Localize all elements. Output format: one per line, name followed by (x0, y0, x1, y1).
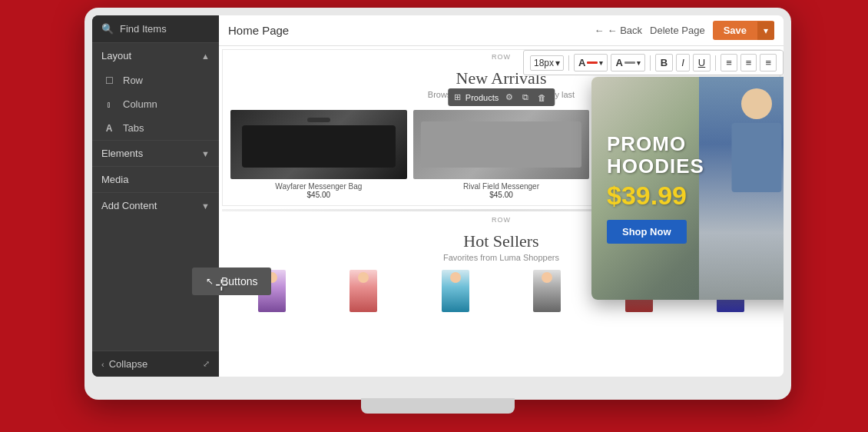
tabs-label: Tabs (123, 122, 144, 134)
row-icon: ☐ (103, 75, 115, 86)
laptop-stand (361, 398, 515, 414)
row-label: Row (123, 75, 143, 86)
font-size-arrow: ▾ (555, 58, 560, 68)
cursor-icon: ⊹ (215, 275, 228, 294)
delete-page-button[interactable]: Delete Page (650, 25, 705, 36)
bold-button[interactable]: B (655, 54, 673, 71)
sidebar-section-add-content[interactable]: Add Content ▼ (92, 192, 219, 218)
sidebar-item-row[interactable]: ☐ Row (92, 68, 219, 92)
bg-color-arrow: ▾ (637, 59, 641, 67)
page-content: ROW New Arrivals Browse these new items … (219, 46, 784, 377)
bg-color-A-label: A (615, 57, 622, 68)
expand-icon: ⤢ (203, 359, 210, 369)
italic-button[interactable]: I (676, 54, 690, 71)
products-settings-btn[interactable]: ⚙ (503, 91, 515, 103)
toolbar-divider-3 (715, 55, 716, 71)
column-label: Column (123, 98, 157, 110)
elements-arrow: ▼ (201, 149, 210, 158)
promo-person-silhouette (699, 77, 784, 300)
laptop-shell: 🔍 Find Items Layout ▲ ☐ Row ⫾ Column A T… (84, 8, 791, 400)
product-name-1: Wayfarer Messenger Bag (230, 182, 407, 191)
buttons-popup: ↖ Buttons (192, 268, 271, 295)
collapse-label: Collapse (109, 358, 148, 370)
sidebar-section-layout[interactable]: Layout ▲ (92, 42, 219, 68)
product-item-1: Wayfarer Messenger Bag $45.00 (230, 110, 407, 199)
column-icon: ⫾ (103, 99, 115, 110)
add-content-arrow: ▼ (201, 201, 210, 211)
save-dropdown-arrow[interactable]: ▾ (757, 22, 774, 40)
font-size-select[interactable]: 18px ▾ (530, 55, 564, 71)
product-name-2: Rival Field Messenger (413, 182, 590, 191)
topbar: Home Page ← ← Back Delete Page Save ▾ (219, 15, 784, 46)
sidebar-search[interactable]: 🔍 Find Items (92, 15, 219, 42)
add-content-label: Add Content (101, 200, 157, 211)
back-button[interactable]: ← ← Back (595, 25, 643, 36)
person-head-2 (358, 272, 369, 283)
tabs-icon: A (103, 123, 115, 134)
sidebar-section-elements[interactable]: Elements ▼ (92, 140, 219, 166)
topbar-actions: ← ← Back Delete Page Save ▾ (595, 21, 774, 40)
align-center-button[interactable]: ≡ (740, 54, 757, 71)
person-img-3 (442, 270, 469, 312)
person-img-2 (350, 270, 377, 312)
font-color-swatch (587, 61, 598, 64)
person-item-4 (533, 270, 561, 312)
person-item-2 (350, 270, 377, 312)
toolbar-divider-1 (568, 55, 569, 71)
person-item-3 (442, 270, 469, 312)
align-left-button[interactable]: ≡ (721, 54, 737, 71)
save-button[interactable]: Save ▾ (713, 21, 774, 40)
products-toolbar-label: Products (465, 93, 499, 102)
product-img-2 (413, 110, 590, 179)
products-grid-icon: ⊞ (454, 92, 461, 102)
sidebar-item-tabs[interactable]: A Tabs (92, 116, 219, 140)
product-price-1: $45.00 (230, 191, 407, 199)
sidebar-bottom: ‹ Collapse ⤢ (92, 351, 219, 377)
shop-now-button[interactable]: Shop Now (607, 220, 687, 244)
layout-arrow: ▲ (201, 52, 210, 61)
promo-price: $39.99 (607, 181, 704, 211)
media-label: Media (101, 174, 128, 185)
promo-text-block: PROMOHOODIES $39.99 Shop Now (607, 133, 704, 243)
promo-banner: PROMOHOODIES $39.99 Shop Now (591, 77, 784, 300)
product-price-2: $45.00 (413, 191, 590, 199)
main-content: Home Page ← ← Back Delete Page Save ▾ (219, 15, 784, 377)
promo-title: PROMOHOODIES (607, 133, 704, 177)
person-head-4 (542, 272, 552, 283)
elements-label: Elements (101, 148, 143, 159)
delete-page-label: Delete Page (650, 25, 705, 36)
sidebar-item-column[interactable]: ⫾ Column (92, 92, 219, 116)
collapse-left: ‹ Collapse (101, 358, 147, 370)
align-right-button[interactable]: ≡ (760, 54, 777, 71)
underline-button[interactable]: U (693, 54, 711, 71)
font-color-button[interactable]: A ▾ (574, 54, 608, 71)
products-copy-btn[interactable]: ⧉ (520, 91, 531, 103)
product-item-2: Rival Field Messenger $45.00 (413, 110, 590, 199)
sidebar: 🔍 Find Items Layout ▲ ☐ Row ⫾ Column A T… (92, 15, 219, 377)
cursor-pointer-icon: ↖ (206, 276, 214, 287)
person-head-3 (450, 272, 461, 283)
products-toolbar: ⊞ Products ⚙ ⧉ 🗑 (448, 88, 555, 106)
save-label: Save (713, 21, 757, 40)
bg-color-swatch (624, 61, 635, 64)
laptop-screen: 🔍 Find Items Layout ▲ ☐ Row ⫾ Column A T… (92, 15, 784, 377)
back-arrow-icon: ← (595, 25, 605, 36)
products-delete-btn[interactable]: 🗑 (535, 92, 548, 103)
sidebar-search-label: Find Items (120, 23, 167, 35)
format-toolbar: 18px ▾ A ▾ A ▾ B I U ≡ (523, 50, 784, 75)
sidebar-section-media[interactable]: Media (92, 166, 219, 192)
page-title: Home Page (228, 24, 289, 37)
collapse-arrow-icon: ‹ (101, 360, 104, 369)
person-img-4 (533, 270, 561, 312)
font-color-arrow: ▾ (599, 59, 603, 67)
bg-color-button[interactable]: A ▾ (611, 54, 644, 71)
font-color-A-label: A (578, 57, 585, 68)
toolbar-divider-2 (650, 55, 651, 71)
font-size-value: 18px (534, 58, 554, 68)
sidebar-collapse-btn[interactable]: ‹ Collapse ⤢ (92, 351, 219, 377)
layout-label: Layout (101, 50, 131, 61)
product-img-1 (230, 110, 407, 179)
back-label: ← Back (608, 25, 643, 36)
promo-bg: PROMOHOODIES $39.99 Shop Now (591, 77, 784, 300)
search-icon: 🔍 (101, 23, 114, 35)
